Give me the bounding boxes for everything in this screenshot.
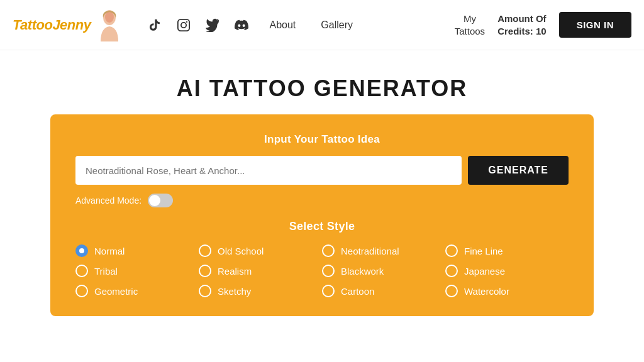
radio-blackwork [322, 265, 335, 277]
advanced-mode-row: Advanced Mode: [75, 194, 569, 207]
radio-realism [199, 265, 211, 277]
radio-normal [75, 244, 88, 257]
style-grid: NormalOld SchoolNeotraditionalFine LineT… [75, 244, 569, 297]
style-label-watercolor: Watercolor [464, 286, 509, 297]
style-option-normal[interactable]: Normal [75, 244, 199, 257]
radio-japanese [445, 265, 458, 277]
svg-point-1 [105, 11, 114, 23]
style-option-fine-line[interactable]: Fine Line [445, 244, 569, 257]
radio-old-school [199, 244, 211, 257]
style-label-neotraditional: Neotraditional [341, 246, 399, 256]
logo-avatar [96, 9, 123, 41]
instagram-icon[interactable] [175, 16, 192, 34]
nav-about[interactable]: About [269, 19, 296, 31]
logo-text: TattooJenny [13, 17, 91, 33]
main-nav: About Gallery [269, 19, 441, 31]
advanced-mode-toggle[interactable] [148, 194, 173, 207]
tattoo-idea-input[interactable] [75, 156, 462, 185]
page-title: AI TATTOO GENERATOR [0, 50, 644, 114]
credits-display: Amount OfCredits: 10 [497, 13, 547, 37]
svg-point-3 [181, 22, 186, 27]
style-label-japanese: Japanese [464, 266, 505, 277]
style-option-neotraditional[interactable]: Neotraditional [322, 244, 445, 257]
style-option-tribal[interactable]: Tribal [75, 265, 199, 277]
radio-neotraditional [322, 244, 335, 257]
generate-button[interactable]: GENERATE [468, 156, 569, 185]
style-label-normal: Normal [94, 246, 125, 256]
radio-watercolor [445, 285, 458, 297]
style-option-blackwork[interactable]: Blackwork [322, 265, 445, 277]
style-label-cartoon: Cartoon [341, 286, 374, 297]
generator-panel: Input Your Tattoo Idea GENERATE Advanced… [50, 114, 594, 316]
style-section-label: Select Style [75, 220, 569, 233]
style-option-sketchy[interactable]: Sketchy [199, 285, 322, 297]
radio-fine-line [445, 244, 458, 257]
style-label-fine-line: Fine Line [464, 246, 503, 256]
twitter-icon[interactable] [204, 16, 221, 34]
style-option-watercolor[interactable]: Watercolor [445, 285, 569, 297]
nav-gallery[interactable]: Gallery [321, 19, 353, 31]
my-tattoos-link[interactable]: MyTattoos [455, 13, 485, 37]
style-option-geometric[interactable]: Geometric [75, 285, 199, 297]
advanced-mode-label: Advanced Mode: [75, 195, 142, 206]
radio-cartoon [322, 285, 335, 297]
radio-geometric [75, 285, 88, 297]
input-row: GENERATE [75, 156, 569, 185]
style-option-cartoon[interactable]: Cartoon [322, 285, 445, 297]
tiktok-icon[interactable] [146, 16, 164, 34]
style-label-realism: Realism [218, 266, 252, 277]
logo[interactable]: TattooJenny [13, 9, 123, 41]
input-section-label: Input Your Tattoo Idea [75, 133, 569, 146]
style-option-old-school[interactable]: Old School [199, 244, 322, 257]
style-option-japanese[interactable]: Japanese [445, 265, 569, 277]
radio-sketchy [199, 285, 211, 297]
style-label-sketchy: Sketchy [218, 286, 251, 297]
style-label-blackwork: Blackwork [341, 266, 384, 277]
social-icons [146, 16, 250, 34]
style-label-old-school: Old School [218, 246, 264, 256]
header-right: MyTattoos Amount OfCredits: 10 SIGN IN [455, 12, 631, 38]
svg-rect-2 [178, 19, 189, 30]
discord-icon[interactable] [233, 16, 250, 34]
radio-tribal [75, 265, 88, 277]
style-option-realism[interactable]: Realism [199, 265, 322, 277]
sign-in-button[interactable]: SIGN IN [559, 12, 631, 38]
style-label-geometric: Geometric [94, 286, 138, 297]
svg-point-4 [186, 21, 187, 22]
style-label-tribal: Tribal [94, 266, 118, 277]
